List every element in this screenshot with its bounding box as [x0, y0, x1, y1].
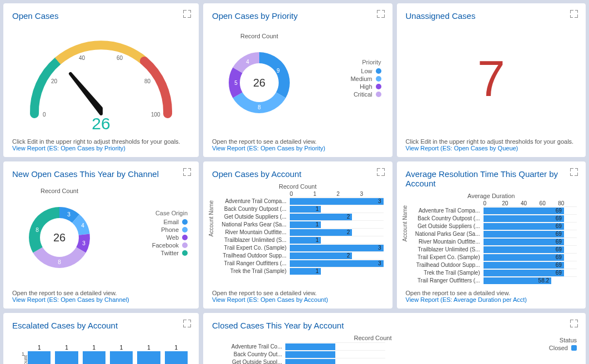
card-escalated-cases-by-account: Escalated Cases by Account Record Count …	[3, 313, 199, 364]
card-title: Escalated Cases by Account	[12, 321, 190, 330]
bar-row: Back Country Out...	[219, 350, 527, 358]
bar-row: Get Outside Suppliers (...69	[406, 222, 577, 230]
svg-text:8: 8	[258, 104, 261, 110]
chart-label: Record Count	[212, 183, 384, 190]
legend-item: Medium	[306, 75, 381, 82]
gauge-tick-100: 100	[151, 112, 160, 118]
card-open-cases: Open Cases 0 20 40 60 80 100 26 Click Ed…	[3, 3, 199, 157]
expand-icon[interactable]	[183, 10, 191, 18]
expand-icon[interactable]	[183, 168, 191, 176]
dashboard-grid: Open Cases 0 20 40 60 80 100 26 Click Ed…	[3, 3, 586, 364]
bar-row: Trailblazer Unlimited (S...69	[406, 245, 577, 253]
expand-icon[interactable]	[570, 10, 578, 18]
gauge-tick-60: 60	[117, 55, 123, 61]
bar-row: Trail Ranger Outfitters (...3	[212, 259, 384, 267]
svg-text:8: 8	[36, 227, 39, 233]
bar-row: Adventure Trail Co...	[219, 342, 527, 350]
card-avg-resolution-time: Average Resolution Time This Quarter by …	[397, 161, 586, 309]
bar-row: Trek the Trail (Sample)69	[406, 269, 577, 276]
view-report-link[interactable]: View Report (ES: Open Cases by Account)	[212, 296, 384, 303]
bar-chart: Record Count 0123Adventure Trail Compa..…	[212, 183, 384, 275]
bar-column: 1	[83, 351, 105, 364]
gauge-chart: 0 20 40 60 80 100 26	[12, 25, 190, 133]
bar-chart: 1 0.5 0 111111	[12, 351, 190, 364]
bar-row: National Parks Gear (Sa...69	[406, 230, 577, 237]
gauge-value: 26	[92, 114, 110, 130]
view-report-link[interactable]: View Report (ES: Open Cases by Channel)	[12, 296, 190, 303]
legend-title: Case Origin	[107, 210, 188, 216]
gauge-tick-80: 80	[144, 78, 151, 84]
bar-column: 1	[28, 351, 51, 364]
legend-item: Twitter	[107, 250, 188, 256]
card-hint: Open the report to see a detailed view.	[12, 290, 190, 296]
card-title: Open Cases by Priority	[212, 11, 384, 21]
bar-column: 1	[110, 351, 133, 364]
legend: Status Closed	[527, 335, 577, 364]
legend-item: Phone	[107, 226, 188, 233]
bar-row: Adventure Trail Compa...3	[212, 197, 384, 205]
bar-column: 1	[55, 351, 78, 364]
expand-icon[interactable]	[570, 320, 578, 327]
bar-row: National Parks Gear (Sa...1	[212, 220, 384, 228]
bar-row: Trek the Trail (Sample)1	[212, 267, 384, 275]
view-report-link[interactable]: View Report (ES: Average Duration per Ac…	[406, 296, 577, 303]
bar-row: Back Country Outpost (...69	[406, 214, 577, 222]
bar-chart: Record Count Adventure Trail Co...Back C…	[212, 335, 527, 364]
card-hint: Open the report to see a detailed view.	[212, 138, 384, 145]
legend-title: Status	[527, 337, 577, 343]
svg-text:3: 3	[82, 240, 85, 246]
expand-icon[interactable]	[570, 168, 578, 176]
chart-label: Record Count	[240, 33, 278, 39]
card-unassigned-cases: Unassigned Cases 7 Click Edit in the upp…	[397, 3, 586, 157]
card-hint: Click Edit in the upper right to adjust …	[406, 138, 577, 145]
gauge-tick-40: 40	[79, 55, 85, 61]
bar-column: 1	[137, 351, 160, 364]
bar-row: Trailhead Outdoor Supp...69	[406, 261, 577, 269]
card-closed-cases-by-account: Closed Cases This Year by Account Record…	[203, 313, 586, 364]
expand-icon[interactable]	[183, 320, 191, 327]
svg-text:4: 4	[246, 59, 249, 65]
bar-row: Trail Ranger Outfitters (...58.2	[406, 276, 577, 284]
bar-row: Trailblazer Unlimited (S...1	[212, 236, 384, 244]
gauge-tick-0: 0	[43, 112, 46, 118]
view-report-link[interactable]: View Report (ES: Open Cases by Queue)	[406, 145, 577, 151]
legend-item: Web	[107, 234, 188, 241]
donut-center-value: 26	[53, 231, 66, 244]
donut-chart: Record Count 9 8 5 4 26 Priority Low Med…	[212, 25, 384, 133]
card-hint: Open the report to see a detailed view.	[406, 290, 577, 296]
card-title: Closed Cases This Year by Account	[212, 321, 577, 330]
chart-label: Record Count	[41, 188, 78, 194]
y-axis-label: Account Name	[208, 200, 214, 237]
legend-item: Closed	[527, 345, 577, 351]
card-title: Open Cases	[12, 11, 190, 21]
chart-label: Average Duration	[406, 193, 577, 199]
svg-text:8: 8	[58, 259, 61, 265]
view-report-link[interactable]: View Report (ES: Open Cases by Priority)	[12, 145, 190, 151]
legend: Case Origin Email Phone Web Facebook Twi…	[107, 210, 190, 257]
donut-chart: Record Count 3 4 3 8 8 26 Case Origin E	[12, 183, 190, 284]
bar-chart: Average Duration 020406080Adventure Trai…	[406, 193, 577, 284]
card-title: New Open Cases This Year by Channel	[12, 169, 190, 179]
legend-item: High	[306, 83, 381, 90]
view-report-link[interactable]: View Report (ES: Open Cases by Priority)	[212, 145, 384, 151]
card-new-open-cases-by-channel: New Open Cases This Year by Channel Reco…	[3, 161, 199, 309]
card-title: Open Cases by Account	[212, 169, 384, 179]
card-hint: Open the report to see a detailed view.	[212, 290, 384, 296]
bar-row: Adventure Trail Compa...69	[406, 206, 577, 214]
svg-text:3: 3	[67, 211, 71, 218]
bar-column: 1	[165, 351, 188, 364]
legend-item: Critical	[306, 91, 381, 98]
chart-label: Record Count	[219, 335, 527, 341]
bar-row: River Mountain Outfitte...2	[212, 228, 384, 236]
expand-icon[interactable]	[377, 168, 385, 176]
svg-text:4: 4	[81, 223, 84, 229]
card-open-cases-by-priority: Open Cases by Priority Record Count 9 8 …	[203, 3, 392, 157]
metric-display: 7	[406, 25, 577, 133]
svg-text:5: 5	[234, 80, 238, 86]
card-title: Unassigned Cases	[406, 11, 577, 21]
metric-value: 7	[477, 50, 505, 108]
expand-icon[interactable]	[377, 10, 385, 18]
svg-text:9: 9	[276, 68, 280, 74]
legend-item: Facebook	[107, 242, 188, 249]
bar-row: Trail Expert Co. (Sample)3	[212, 244, 384, 251]
